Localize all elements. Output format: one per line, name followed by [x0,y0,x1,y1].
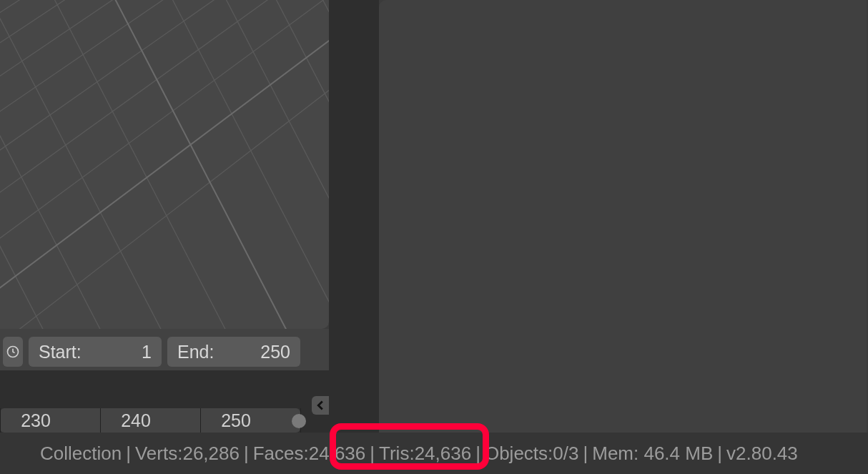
status-collection: Collection [40,443,122,465]
frame-start-value: 1 [142,342,152,362]
status-bar: Collection | Verts: 26,286 | Faces: 24,6… [0,433,868,474]
svg-line-0 [0,57,329,329]
status-mem-label: Mem: [592,443,638,465]
collapse-icon[interactable] [312,396,329,415]
scrollbar-handle[interactable] [292,414,306,428]
svg-line-6 [0,0,329,100]
svg-line-4 [0,0,329,175]
status-objects-value: 0/3 [553,443,578,465]
timeline-panel: Start: 1 End: 250 230 240 250 [0,329,329,433]
svg-line-11 [21,0,229,329]
keying-set-button[interactable] [3,337,23,367]
status-objects-label: Objects: [485,443,553,465]
app-root: Start: 1 End: 250 230 240 250 [0,0,868,474]
ruler-scrollbar[interactable]: 230 240 250 [0,408,300,433]
svg-line-13 [139,0,329,329]
ruler-tick-230: 230 [21,410,51,431]
status-faces-label: Faces: [253,443,309,465]
svg-line-16 [290,0,329,329]
status-verts-label: Verts: [135,443,182,465]
frame-range-inputs: Start: 1 End: 250 [0,336,329,367]
frame-end-value: 250 [260,342,290,362]
ruler-tick-240: 240 [121,410,151,431]
status-tris-label: Tris: [379,443,415,465]
right-panel[interactable] [379,0,867,433]
ruler-tick-250: 250 [221,410,251,431]
svg-line-12 [82,0,290,329]
svg-line-20 [82,0,290,329]
svg-line-2 [0,0,329,265]
svg-line-7 [0,0,329,66]
svg-line-1 [0,9,329,315]
panel-splitter[interactable] [329,0,379,433]
status-version: v2.80.43 [726,443,798,465]
timeline-ruler[interactable]: 230 240 250 [0,370,329,433]
status-faces-value: 24,636 [309,443,366,465]
viewport-3d[interactable] [0,0,329,329]
frame-start-field[interactable]: Start: 1 [29,337,162,367]
frame-end-label: End: [177,342,214,362]
status-tris-value: 24,636 [415,443,472,465]
frame-end-field[interactable]: End: 250 [167,337,300,367]
status-verts-value: 26,286 [182,443,240,465]
status-mem-value: 46.4 MB [643,443,713,465]
frame-start-label: Start: [39,342,82,362]
svg-line-19 [0,9,329,315]
